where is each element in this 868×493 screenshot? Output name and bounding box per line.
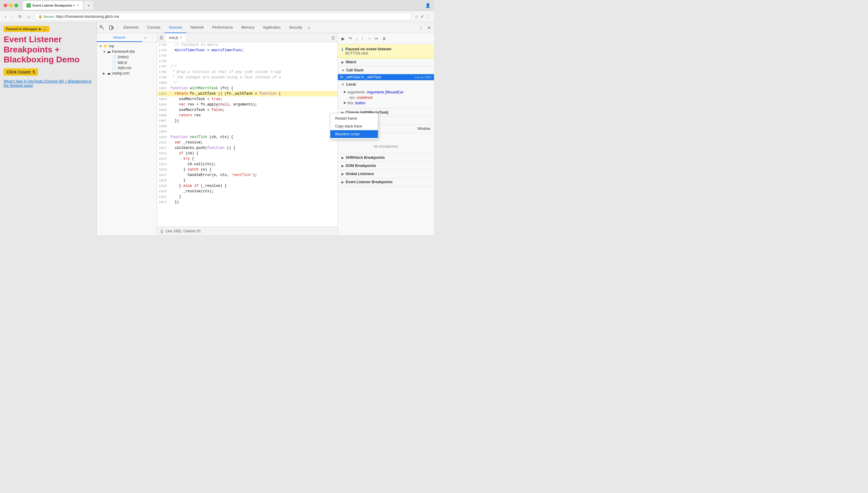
dom-header[interactable]: ▶ DOM Breakpoints	[338, 162, 434, 170]
scope-item: ▶ arguments: Arguments [MouseEve	[342, 89, 430, 95]
cloud-icon: ☁	[107, 49, 111, 53]
maximize-button[interactable]	[15, 4, 18, 7]
address-box[interactable]: 🔒 Secure https://framework-blackboxing.g…	[34, 13, 412, 21]
code-line: 1798 * Wrap a function so that if any co…	[157, 69, 338, 75]
tab-sources[interactable]: Sources	[165, 22, 186, 33]
step-over-button[interactable]: ↷	[347, 35, 353, 42]
click-count[interactable]: Click Count: 5	[4, 68, 38, 76]
tab-elements[interactable]: Elements	[120, 22, 143, 33]
global-listeners-section: ▶ Global Listeners	[338, 170, 434, 178]
svg-line-1	[102, 27, 104, 29]
tab-console[interactable]: Console	[143, 22, 165, 33]
code-line: 1793 // fallback to macro	[157, 42, 338, 48]
tree-label: style.css	[117, 66, 131, 70]
tree-item-index[interactable]: 📄 (index)	[97, 54, 157, 60]
context-menu-restart-frame[interactable]: Restart frame	[330, 114, 378, 122]
resume-button[interactable]: ▶	[340, 35, 346, 42]
home-button[interactable]: ⌂	[26, 14, 31, 20]
overflow-icon[interactable]: ⋮	[426, 14, 430, 19]
tab-performance[interactable]: Performance	[208, 22, 237, 33]
tab-close-icon[interactable]: ✕	[77, 4, 79, 7]
back-button[interactable]: ‹	[4, 14, 7, 20]
tab-application[interactable]: Application	[259, 22, 285, 33]
editor-tabs: ☰ vue.js ✕ {}	[157, 33, 338, 42]
paused-banner: Paused in debugger ▶ 🔒	[4, 26, 49, 32]
code-line: 1811 var _resolve;	[157, 140, 338, 145]
close-button[interactable]	[4, 4, 7, 7]
tree-item-stylecss[interactable]: 📄 style.css	[97, 65, 157, 70]
format-button[interactable]: {}	[330, 34, 337, 41]
code-view[interactable]: 1793 // fallback to macro 1794 microTime…	[157, 42, 338, 227]
tree-item-framework[interactable]: ▼ ☁ framework-bla	[97, 49, 157, 54]
callstack-label: Call Stack	[346, 68, 364, 72]
step-out-button[interactable]: ↑	[360, 35, 365, 42]
format-icon[interactable]: {}	[161, 229, 163, 233]
traffic-lights	[4, 4, 18, 7]
editor-tab-vuejs[interactable]: vue.js ✕	[166, 34, 186, 42]
event-listener-header[interactable]: ▶ Event Listener Breakpoints	[338, 178, 434, 186]
tree-item-unpkg[interactable]: ▶ ☁ unpkg.com	[97, 70, 157, 76]
section-arrow: ▶	[342, 172, 344, 176]
devtools-link[interactable]: What's New In DevTools (Chrome 66) > Bla…	[4, 79, 93, 88]
reload-button[interactable]: ↻	[17, 14, 23, 20]
inspect-element-button[interactable]	[98, 24, 106, 31]
close-tab-icon[interactable]: ✕	[180, 36, 182, 39]
svg-rect-3	[112, 26, 113, 29]
close-devtools-button[interactable]: ✕	[426, 24, 433, 31]
sidebar-more-tabs[interactable]: »	[142, 33, 149, 42]
global-value: Window	[417, 127, 430, 131]
code-line: 1822 })	[157, 199, 338, 205]
page-links: What's New In DevTools (Chrome 66) > Bla…	[4, 79, 93, 88]
new-tab-button[interactable]: +	[84, 1, 93, 9]
device-toolbar-button[interactable]	[107, 24, 115, 31]
context-menu-copy-stack-trace[interactable]: Copy stack trace	[330, 122, 378, 130]
more-tabs-button[interactable]: »	[306, 26, 312, 30]
more-options-button[interactable]: ⋮	[417, 24, 425, 31]
xhr-section: ▶ XHR/fetch Breakpoints	[338, 154, 434, 162]
local-label: Local	[346, 82, 356, 86]
svg-rect-0	[100, 26, 102, 27]
watch-header[interactable]: ▶ Watch	[338, 58, 434, 66]
section-arrow: ▼	[342, 69, 345, 72]
callstack-body: fn._withTask.fn._withTask vue.js:1802	[338, 74, 434, 80]
code-line: 1814 try {	[157, 156, 338, 162]
code-line: 1821 }	[157, 194, 338, 199]
local-header[interactable]: ▼ Local	[338, 81, 434, 88]
step-button[interactable]: →	[366, 35, 372, 42]
callstack-item[interactable]: fn._withTask.fn._withTask vue.js:1802	[338, 74, 434, 80]
tree-item-appjs[interactable]: 📄 app.js	[97, 60, 157, 65]
devtools-toolbar: Elements Console Sources Network Perform…	[97, 22, 434, 33]
tree-item-top[interactable]: ▼ 📁 top	[97, 43, 157, 49]
bookmark-icon[interactable]: ☆	[415, 14, 419, 19]
step-into-button[interactable]: ↓	[354, 35, 359, 42]
context-menu: Restart frame Copy stack trace Blackbox …	[330, 113, 378, 140]
tab-security[interactable]: Security	[285, 22, 306, 33]
tab-favicon: G	[26, 3, 31, 7]
toggle-sidebar-button[interactable]: ☰	[158, 35, 165, 41]
context-menu-blackbox-script[interactable]: Blackbox script	[330, 130, 378, 138]
code-line: 1794 microTimerFunc = macroTimerFunc;	[157, 48, 338, 53]
code-line: 1799 * the changes are queued using a Ta…	[157, 75, 338, 80]
global-listeners-header[interactable]: ▶ Global Listeners	[338, 170, 434, 178]
scope-item: ▶ this: button	[342, 100, 430, 106]
forward-button[interactable]: ›	[10, 14, 15, 20]
profile-icon[interactable]: 👤	[425, 3, 430, 8]
tab-memory[interactable]: Memory	[237, 22, 259, 33]
sidebar-options[interactable]: ⋮	[149, 33, 157, 42]
pause-on-exceptions-button[interactable]: ⏸	[381, 35, 388, 42]
deactivate-breakpoints-button[interactable]: ✏	[374, 35, 380, 42]
cloud-icon: ☁	[107, 71, 111, 75]
editor-footer: {} Line 1802, Column 51	[157, 227, 338, 235]
file-icon: 📄	[112, 60, 116, 64]
tab-title: Event Listener Breakpoints +	[32, 4, 75, 7]
paused-on-event-banner: ℹ Paused on event listener BUTTON.click	[338, 44, 434, 58]
tab-network[interactable]: Network	[186, 22, 208, 33]
editor-sidebar-buttons: {}	[330, 34, 337, 41]
settings-icon[interactable]: ✓	[420, 14, 425, 19]
xhr-header[interactable]: ▶ XHR/fetch Breakpoints	[338, 154, 434, 162]
active-browser-tab[interactable]: G Event Listener Breakpoints + ✕	[23, 1, 83, 9]
minimize-button[interactable]	[9, 4, 13, 7]
toolbar-separator	[117, 25, 117, 31]
callstack-header[interactable]: ▼ Call Stack	[338, 66, 434, 74]
sidebar-tab-network[interactable]: Network	[97, 33, 142, 42]
